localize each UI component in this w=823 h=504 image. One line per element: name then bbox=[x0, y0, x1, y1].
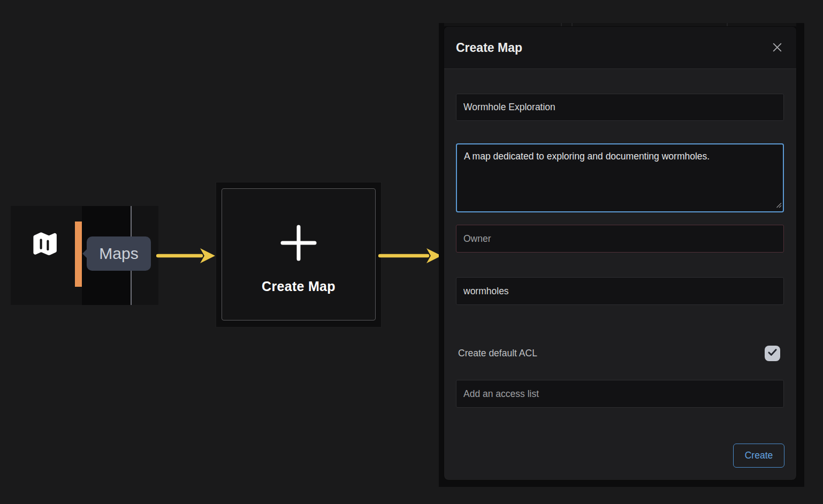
maps-tooltip-label: Maps bbox=[99, 245, 138, 263]
access-list-input[interactable] bbox=[456, 380, 784, 408]
create-button[interactable]: Create bbox=[733, 444, 784, 468]
active-item-indicator bbox=[75, 222, 82, 287]
map-owner-input[interactable] bbox=[456, 225, 784, 253]
flow-arrow-1 bbox=[156, 247, 216, 265]
background-tab-separator bbox=[727, 23, 728, 26]
plus-icon bbox=[278, 222, 319, 266]
map-scope-input[interactable] bbox=[456, 277, 784, 305]
map-description-wrap: A map dedicated to exploring and documen… bbox=[456, 143, 784, 212]
modal-backdrop: Create Map A map dedicated to exploring … bbox=[439, 23, 804, 487]
default-acl-row: Create default ACL bbox=[458, 346, 782, 362]
modal-header: Create Map bbox=[444, 27, 796, 69]
map-name-input[interactable] bbox=[456, 94, 784, 121]
map-description-textarea[interactable]: A map dedicated to exploring and documen… bbox=[456, 143, 784, 212]
tutorial-canvas: Maps Create Map Create M bbox=[0, 0, 823, 504]
maps-page-snippet: Create Map bbox=[216, 182, 382, 327]
default-acl-checkbox[interactable] bbox=[765, 346, 780, 361]
close-icon bbox=[772, 42, 783, 55]
checkmark-icon bbox=[767, 347, 778, 360]
sidebar-snippet: Maps bbox=[11, 206, 158, 305]
background-tab-separator bbox=[561, 23, 562, 26]
background-tabstrip bbox=[444, 23, 796, 26]
modal-title: Create Map bbox=[456, 27, 522, 69]
map-icon bbox=[29, 228, 60, 262]
maps-nav-button[interactable] bbox=[29, 230, 60, 261]
close-button[interactable] bbox=[771, 42, 783, 55]
create-map-tile-label: Create Map bbox=[222, 279, 375, 294]
create-map-modal: Create Map A map dedicated to exploring … bbox=[444, 27, 796, 480]
flow-arrow-2 bbox=[378, 247, 443, 265]
default-acl-label: Create default ACL bbox=[458, 348, 537, 359]
maps-tooltip: Maps bbox=[87, 236, 151, 271]
create-map-tile[interactable]: Create Map bbox=[222, 188, 376, 320]
background-tab-separator bbox=[571, 23, 573, 26]
tooltip-caret bbox=[82, 249, 87, 258]
